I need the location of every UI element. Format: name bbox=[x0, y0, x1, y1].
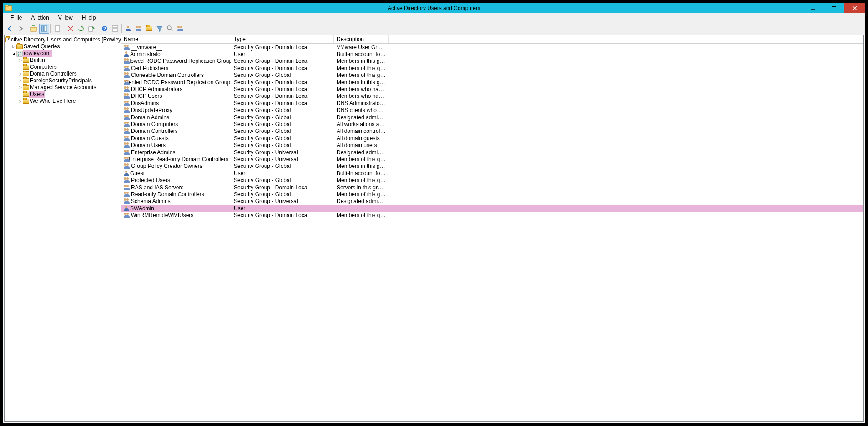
collapse-icon[interactable]: ◢ bbox=[11, 50, 16, 57]
list-row[interactable]: Domain UsersSecurity Group - GlobalAll d… bbox=[121, 142, 863, 148]
column-description[interactable]: Description bbox=[334, 36, 389, 43]
cut-button[interactable] bbox=[52, 24, 62, 34]
expand-icon[interactable]: ▷ bbox=[17, 98, 23, 105]
close-button[interactable] bbox=[844, 3, 865, 13]
find-button[interactable] bbox=[165, 24, 175, 34]
list-body[interactable]: __vmware__Security Group - Domain LocalV… bbox=[121, 44, 863, 421]
new-group-button[interactable] bbox=[134, 24, 144, 34]
list-row[interactable]: Cloneable Domain ControllersSecurity Gro… bbox=[121, 72, 863, 79]
tree-pane[interactable]: Active Directory Users and Computers [Ro… bbox=[5, 36, 121, 421]
expand-icon[interactable]: ▷ bbox=[17, 77, 23, 84]
cell-description: All domain users bbox=[334, 142, 389, 148]
svg-rect-21 bbox=[18, 52, 19, 53]
list-row[interactable]: Group Policy Creator OwnersSecurity Grou… bbox=[121, 163, 863, 170]
list-row[interactable]: Cert PublishersSecurity Group - Domain L… bbox=[121, 65, 863, 71]
list-row[interactable]: Allowed RODC Password Replication GroupS… bbox=[121, 58, 863, 65]
list-row[interactable]: Protected UsersSecurity Group - GlobalMe… bbox=[121, 177, 863, 183]
svg-rect-1 bbox=[5, 5, 8, 6]
list-row[interactable]: SWAdminUser bbox=[121, 205, 863, 212]
list-row[interactable]: DHCP UsersSecurity Group - Domain LocalM… bbox=[121, 93, 863, 100]
cell-description: Members of this group ... bbox=[334, 65, 389, 71]
folder-icon bbox=[23, 71, 29, 76]
new-ou-button[interactable] bbox=[144, 24, 154, 34]
menu-help[interactable]: Help bbox=[76, 14, 99, 21]
list-row[interactable]: Enterprise Read-only Domain ControllersS… bbox=[121, 156, 863, 162]
export-button[interactable] bbox=[86, 24, 96, 34]
list-row[interactable]: Denied RODC Password Replication GroupSe… bbox=[121, 79, 863, 86]
cell-name: Domain Computers bbox=[121, 121, 231, 127]
list-row[interactable]: DnsUpdateProxySecurity Group - GlobalDNS… bbox=[121, 107, 863, 114]
up-button[interactable] bbox=[29, 24, 39, 34]
tree-users[interactable]: Users bbox=[5, 91, 121, 98]
cell-name: Guest bbox=[121, 170, 231, 177]
cell-name: WinRMRemoteWMIUsers__ bbox=[121, 212, 231, 218]
back-button[interactable] bbox=[5, 24, 15, 34]
minimize-button[interactable] bbox=[802, 3, 823, 13]
group-icon bbox=[124, 185, 130, 190]
list-row[interactable]: Enterprise AdminsSecurity Group - Univer… bbox=[121, 149, 863, 156]
expand-icon[interactable]: ▷ bbox=[17, 84, 23, 91]
list-row[interactable]: Domain ControllersSecurity Group - Globa… bbox=[121, 128, 863, 135]
maximize-button[interactable] bbox=[823, 3, 844, 13]
list-row[interactable]: Domain AdminsSecurity Group - GlobalDesi… bbox=[121, 114, 863, 121]
list-row[interactable]: WinRMRemoteWMIUsers__Security Group - Do… bbox=[121, 212, 863, 218]
tree-domain-controllers[interactable]: ▷ Domain Controllers bbox=[5, 71, 121, 77]
cell-description: Servers in this group can... bbox=[334, 184, 389, 191]
expand-icon[interactable]: ▷ bbox=[17, 71, 23, 77]
expand-icon[interactable]: ▷ bbox=[11, 43, 16, 50]
row-name-text: Cloneable Domain Controllers bbox=[131, 72, 204, 78]
svg-line-19 bbox=[171, 29, 172, 31]
cell-type: Security Group - Universal bbox=[231, 156, 334, 162]
add-to-group-button[interactable] bbox=[176, 24, 186, 34]
tree-root[interactable]: Active Directory Users and Computers [Ro… bbox=[5, 36, 121, 43]
filter-button[interactable] bbox=[155, 24, 165, 34]
menu-action[interactable]: Action bbox=[25, 14, 51, 21]
list-row[interactable]: Schema AdminsSecurity Group - UniversalD… bbox=[121, 198, 863, 205]
list-row[interactable]: Domain GuestsSecurity Group - GlobalAll … bbox=[121, 135, 863, 142]
cell-type: Security Group - Domain Local bbox=[231, 184, 334, 191]
tree-computers[interactable]: Computers bbox=[5, 64, 121, 71]
row-name-text: Denied RODC Password Replication Group bbox=[125, 79, 230, 86]
folder-icon bbox=[23, 78, 29, 83]
cell-description: Designated administrato... bbox=[334, 198, 389, 204]
svg-rect-8 bbox=[41, 26, 44, 31]
list-row[interactable]: GuestUserBuilt-in account for gue... bbox=[121, 170, 863, 177]
show-hide-tree-button[interactable] bbox=[39, 24, 49, 34]
help-button[interactable]: ? bbox=[100, 24, 110, 34]
cell-description: All domain controllers i... bbox=[334, 128, 389, 134]
list-row[interactable]: AdministratorUserBuilt-in account for ad… bbox=[121, 51, 863, 57]
cell-type: Security Group - Domain Local bbox=[231, 65, 334, 71]
column-type[interactable]: Type bbox=[231, 36, 334, 43]
menu-view[interactable]: View bbox=[53, 14, 76, 21]
tree-saved-queries[interactable]: ▷ Saved Queries bbox=[5, 43, 121, 50]
row-name-text: SWAdmin bbox=[130, 205, 154, 212]
list-row[interactable]: __vmware__Security Group - Domain LocalV… bbox=[121, 44, 863, 51]
menu-file[interactable]: File bbox=[5, 14, 25, 21]
list-header[interactable]: Name Type Description bbox=[121, 36, 863, 44]
titlebar[interactable]: Active Directory Users and Computers bbox=[3, 3, 865, 13]
cell-name: Allowed RODC Password Replication Group bbox=[121, 58, 231, 64]
new-user-button[interactable] bbox=[123, 24, 133, 34]
refresh-button[interactable] bbox=[76, 24, 86, 34]
row-name-text: Domain Guests bbox=[131, 135, 169, 142]
column-name[interactable]: Name bbox=[121, 36, 231, 43]
tree-builtin[interactable]: ▷ Builtin bbox=[5, 57, 121, 64]
group-icon bbox=[124, 101, 130, 106]
list-row[interactable]: DnsAdminsSecurity Group - Domain LocalDN… bbox=[121, 100, 863, 106]
svg-rect-20 bbox=[17, 51, 22, 56]
tree-msa[interactable]: ▷ Managed Service Accounts bbox=[5, 84, 121, 91]
tree-custom-ou[interactable]: ▷ We Who Live Here bbox=[5, 98, 121, 105]
tree-domain[interactable]: ◢ rowley.com bbox=[5, 50, 121, 57]
list-row[interactable]: RAS and IAS ServersSecurity Group - Doma… bbox=[121, 184, 863, 191]
group-icon bbox=[124, 107, 130, 113]
row-name-text: Domain Admins bbox=[131, 114, 169, 121]
expand-icon[interactable]: ▷ bbox=[17, 57, 23, 64]
list-row[interactable]: Domain ComputersSecurity Group - GlobalA… bbox=[121, 121, 863, 127]
properties-button[interactable] bbox=[110, 24, 120, 34]
tree-fsp[interactable]: ▷ ForeignSecurityPrincipals bbox=[5, 77, 121, 84]
delete-button[interactable] bbox=[66, 24, 76, 34]
list-row[interactable]: Read-only Domain ControllersSecurity Gro… bbox=[121, 191, 863, 198]
forward-button[interactable] bbox=[15, 24, 25, 34]
folder-icon bbox=[23, 58, 29, 63]
list-row[interactable]: DHCP AdministratorsSecurity Group - Doma… bbox=[121, 86, 863, 92]
